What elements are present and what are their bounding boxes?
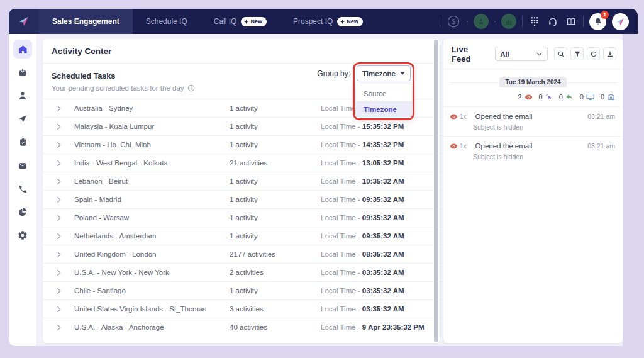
group-by-select[interactable]: Timezone [357,65,411,81]
task-row[interactable]: Spain - Madrid 1 activity Local Time - 0… [43,190,440,208]
search-icon [557,50,565,58]
tasks-icon [18,137,28,147]
users-icon[interactable] [474,14,489,29]
scheduled-tasks-table: Australia - Sydney 1 activity Local Time… [43,99,440,336]
sidebar-item-tasks[interactable] [13,133,32,152]
left-sidebar [9,34,36,346]
paper-plane-icon [615,16,626,27]
feed-date: Tue 19 March 2024 [499,77,566,87]
nav-tab-call-iq[interactable]: Call IQ New [201,9,280,34]
task-row[interactable]: Vietnam - Ho_Chi_Minh 1 activity Local T… [43,135,440,154]
caret-down-icon [400,72,405,75]
dialpad-icon[interactable] [528,16,541,27]
settings-icon [18,230,28,240]
nav-tab-sales-engagement[interactable]: Sales Engagement [39,9,133,34]
chevron-right-icon[interactable] [43,269,74,276]
section-subtitle: Your pending scheduled tasks for the day [52,84,184,92]
activity-center-card: Activity Center Scheduled Tasks Your pen… [43,39,440,343]
address-book-icon[interactable] [565,17,577,26]
page-title: Activity Center [52,47,111,56]
feed-stat-clicks: 0 [539,93,553,101]
svg-text:$: $ [452,18,455,25]
sparkle-icon [340,20,345,24]
feed-filter-select[interactable]: All [495,47,548,61]
download-button[interactable] [603,47,616,60]
card-header: Activity Center [43,39,440,64]
feed-date-divider: Tue 19 March 2024 [450,77,616,87]
live-feed-title: Live Feed [452,45,489,64]
feed-item[interactable]: 1x Opened the email 03:21 am Subject is … [443,136,623,165]
task-row[interactable]: Malaysia - Kuala Lumpur 1 activity Local… [43,117,440,135]
live-feed-header: Live Feed All [443,39,623,69]
task-row[interactable]: U.S.A. - Alaska - Anchorage 40 activitie… [43,318,440,336]
feed-stat-opens: 2 [518,93,532,101]
sidebar-item-calls[interactable] [13,179,32,198]
info-icon[interactable] [187,84,195,92]
sidebar-item-sequences[interactable] [13,109,32,128]
home-icon [18,44,28,55]
chevron-right-icon[interactable] [43,160,74,167]
dollar-icon[interactable]: $ [446,14,461,29]
task-row[interactable]: Chile - Santiago 1 activity Local Time -… [43,281,440,299]
sidebar-item-email[interactable] [13,156,32,175]
sidebar-item-contacts[interactable] [13,86,32,105]
launcher-button[interactable] [612,13,629,30]
chevron-right-icon[interactable] [43,288,74,294]
filter-button[interactable] [570,47,584,60]
feed-items: 1x Opened the email 03:21 am Subject is … [443,106,623,165]
app-logo[interactable] [9,9,39,34]
task-row[interactable]: United States Virgin Islands - St_Thomas… [43,299,440,318]
divider [440,16,440,27]
nav-tab-schedule-iq[interactable]: Schedule IQ [133,9,201,34]
divider [522,16,523,27]
sidebar-item-home[interactable] [13,40,32,59]
sidebar-item-inbox[interactable] [13,63,32,82]
feed-filter-value: All [501,50,509,58]
reply-icon [565,93,574,101]
chevron-right-icon[interactable] [43,142,74,148]
nav-tab-prospect-iq[interactable]: Prospect IQ New [280,9,376,34]
top-navbar: Sales Engagement Schedule IQ Call IQ New… [9,9,638,34]
sidebar-item-settings[interactable] [13,226,32,245]
scrollbar-thumb[interactable] [434,40,438,342]
chevron-right-icon[interactable] [43,251,74,258]
usage-chart-icon[interactable] [501,14,516,29]
headset-icon[interactable] [547,16,559,26]
calls-icon [18,184,28,194]
feed-item[interactable]: 1x Opened the email 03:21 am Subject is … [443,106,623,136]
notifications-button[interactable]: 1 [589,13,606,30]
right-margin [623,34,644,358]
eye-icon [450,143,458,150]
notification-badge: 1 [601,11,609,19]
chevron-right-icon[interactable] [43,105,74,112]
task-row[interactable]: Lebanon - Beirut 1 activity Local Time -… [43,172,440,190]
search-button[interactable] [554,47,567,60]
refresh-icon [590,50,597,58]
feed-stats: 2 0 0 0 0 [443,87,623,106]
feed-stat-company: 0 [601,93,615,101]
task-row[interactable]: India - West Bengal - Kolkata 21 activit… [43,154,440,172]
filter-icon [574,50,581,58]
group-by-value: Timezone [362,70,396,77]
dropdown-option-timezone[interactable]: Timezone [356,101,412,117]
chevron-down-icon [536,52,542,56]
task-row[interactable]: United Kingdom - London 2177 activities … [43,245,440,263]
dropdown-option-source[interactable]: Source [356,86,412,101]
nav-right-icons: $ [440,9,638,34]
chevron-right-icon[interactable] [43,196,74,203]
chevron-right-icon[interactable] [43,178,74,185]
chevron-right-icon[interactable] [43,233,74,240]
chevron-right-icon[interactable] [43,306,74,313]
paper-plane-logo-icon [17,14,31,28]
email-icon [18,161,28,171]
chevron-right-icon[interactable] [43,123,74,130]
chevron-right-icon[interactable] [43,324,74,331]
task-row[interactable]: U.S.A. - New York - New York 2 activitie… [43,263,440,281]
sidebar-item-reports[interactable] [13,203,32,221]
refresh-button[interactable] [587,47,600,60]
task-row[interactable]: Poland - Warsaw 1 activity Local Time - … [43,208,440,227]
download-icon [606,50,614,58]
task-row[interactable]: Netherlands - Amsterdam 1 activity Local… [43,227,440,245]
new-badge: New [337,17,363,26]
chevron-right-icon[interactable] [43,215,74,221]
